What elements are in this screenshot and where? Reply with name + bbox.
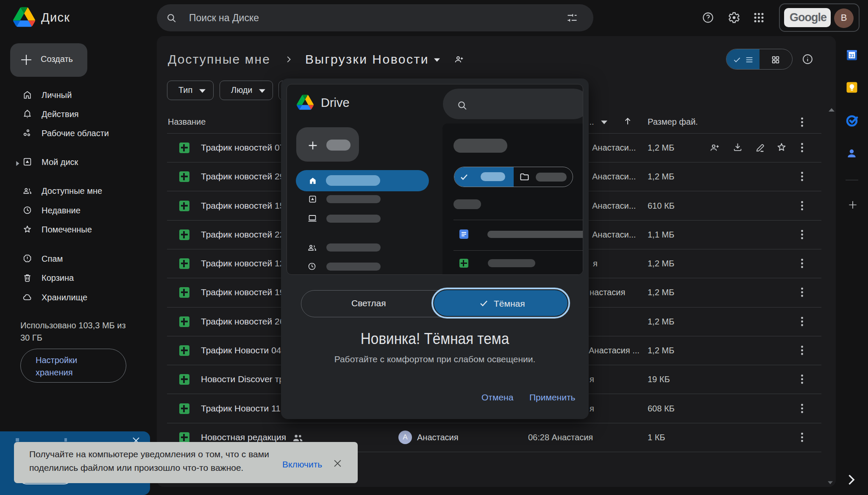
svg-text:31: 31 bbox=[849, 53, 854, 58]
